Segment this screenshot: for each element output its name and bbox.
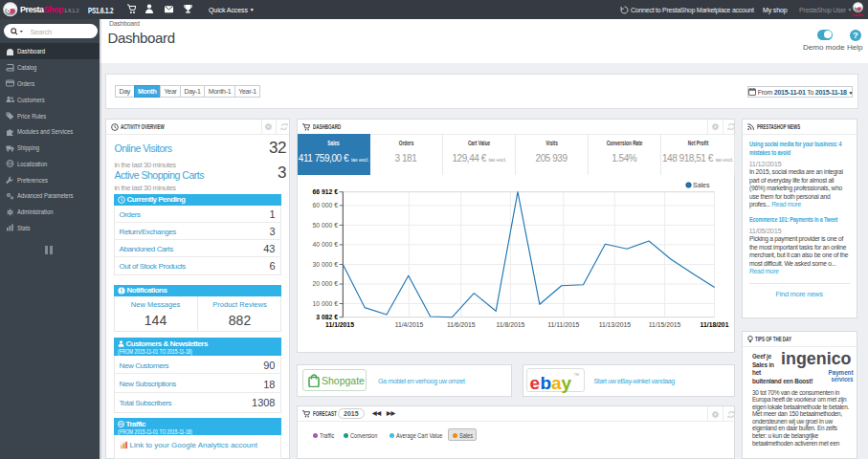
svg-text:e: e: [529, 372, 540, 392]
svg-text:11/1/2015: 11/1/2015: [325, 321, 354, 328]
svg-text:30 000 €: 30 000 €: [313, 261, 339, 268]
svg-text:66 912 €: 66 912 €: [313, 188, 339, 195]
svg-text:ingenico: ingenico: [781, 348, 852, 368]
svg-text:PrestaShop: PrestaShop: [852, 13, 864, 17]
svg-text:11/18/201: 11/18/201: [701, 321, 729, 328]
svg-text:TM: TM: [573, 373, 578, 377]
svg-text:y: y: [561, 372, 571, 392]
svg-text:11/13/2015: 11/13/2015: [599, 321, 632, 328]
svg-text:a: a: [551, 372, 562, 392]
svg-text:20 000 €: 20 000 €: [313, 280, 339, 287]
svg-text:10 000 €: 10 000 €: [313, 300, 339, 307]
svg-text:11/6/2015: 11/6/2015: [447, 321, 476, 328]
svg-text:11/11/2015: 11/11/2015: [547, 321, 579, 328]
svg-text:Sales: Sales: [693, 182, 710, 188]
svg-text:3 082 €: 3 082 €: [316, 314, 338, 320]
svg-text:11/15/2015: 11/15/2015: [649, 321, 681, 328]
svg-text:60 000 €: 60 000 €: [313, 202, 339, 208]
svg-text:11/8/2015: 11/8/2015: [497, 321, 525, 328]
svg-text:11/4/2015: 11/4/2015: [395, 321, 424, 328]
svg-text:50 000 €: 50 000 €: [313, 222, 339, 229]
svg-text:40 000 €: 40 000 €: [313, 241, 339, 248]
svg-text:b: b: [540, 372, 551, 392]
